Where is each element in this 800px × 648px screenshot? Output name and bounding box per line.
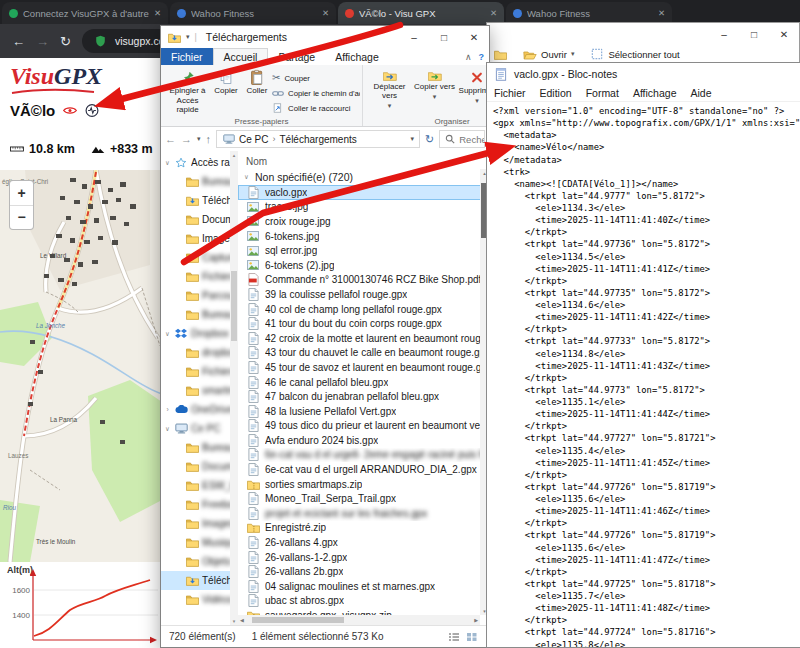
file-row[interactable]: 48 la lusiene Pellafol Vert.gpx — [238, 404, 489, 419]
group-collapse-icon[interactable]: ∨ — [243, 173, 250, 181]
file-row[interactable]: sql error.jpg — [238, 243, 489, 258]
menu-item-format[interactable]: Format — [586, 87, 619, 99]
forward-icon[interactable]: → — [36, 35, 49, 48]
sidebar-item[interactable]: smartmaps — [161, 381, 238, 400]
scroll-left-icon[interactable]: ◀ — [240, 617, 244, 623]
sidebar-item[interactable]: ∨Accès rapide — [161, 153, 238, 172]
tab-close-icon[interactable]: ✕ — [490, 8, 497, 18]
explorer-titlebar[interactable]: ▾ | Téléchargements – □ ✕ — [161, 26, 489, 48]
file-group-header[interactable]: ∨ Non spécifié(e) (720) — [238, 169, 489, 185]
select-all-button[interactable]: Sélectionner tout — [590, 48, 679, 60]
sidebar-item[interactable]: Bureau — [161, 305, 238, 324]
qat-customize-icon[interactable]: ▾ — [186, 33, 190, 41]
file-row[interactable]: 46 le canal pellafol bleu.gpx — [238, 375, 489, 390]
scrollbar-thumb[interactable] — [231, 271, 237, 341]
map-canvas[interactable]: + − — [0, 170, 162, 562]
sidebar-item[interactable]: ∨Ce PC — [161, 419, 238, 438]
file-row[interactable]: 47 balcon du jenabran pellafol bleu.gpx — [238, 389, 489, 404]
file-row[interactable]: Moneo_Trail_Serpa_Trail.gpx — [238, 491, 489, 506]
sidebar-item[interactable]: Bureau — [161, 438, 238, 457]
expander-icon[interactable]: ∨ — [164, 330, 171, 338]
paste-button[interactable]: Coller — [242, 67, 272, 115]
reload-icon[interactable]: ↻ — [60, 35, 71, 48]
minimize-button[interactable]: – — [399, 26, 429, 48]
file-row[interactable]: vaclo.gpx — [238, 185, 489, 200]
sidebar-item[interactable]: Vidéos — [161, 590, 238, 609]
ribbon-tab-affichage[interactable]: Affichage — [325, 48, 389, 65]
browser-tab[interactable]: Wahoo Fitness✕ — [506, 2, 672, 24]
file-row[interactable]: Commande n° 31000130746 RCZ Bike Shop.pd… — [238, 273, 489, 288]
tab-close-icon[interactable]: ✕ — [322, 8, 329, 18]
maximize-button[interactable]: □ — [429, 26, 459, 48]
sidebar-item[interactable]: Fichiers envoyés — [161, 267, 238, 286]
tab-close-icon[interactable]: ✕ — [658, 8, 665, 18]
file-row[interactable]: sorties smartmaps.zip — [238, 477, 489, 492]
sidebar-item[interactable]: Documents — [161, 210, 238, 229]
file-row[interactable]: Enregistré.zip — [238, 521, 489, 536]
expander-icon[interactable]: ∨ — [164, 425, 171, 433]
sidebar-scrollbar[interactable]: ▴▾ — [230, 151, 238, 625]
file-row[interactable]: ubac st abros.gpx — [238, 594, 489, 609]
sidebar-item[interactable]: Images — [161, 229, 238, 248]
scroll-down-icon[interactable]: ▾ — [233, 618, 236, 624]
cut-button[interactable]: ✂Couper — [272, 71, 360, 85]
file-row[interactable]: 6e-cat vau d el urgell ARRANDURO_DIA_2.g… — [238, 462, 489, 477]
file-row[interactable]: 6e-cat vau d el urgell- 2eme engagé raci… — [238, 448, 489, 463]
scrollbar-thumb[interactable] — [252, 617, 344, 623]
sidebar-item[interactable]: Bureau — [161, 172, 238, 191]
expander-icon[interactable]: › — [164, 406, 171, 413]
collapse-ribbon-icon[interactable]: ∧ — [465, 52, 472, 62]
file-row[interactable]: 04 salignac moulines et st marnes.gpx — [238, 579, 489, 594]
sidebar-item[interactable]: ›OneDrive — [161, 400, 238, 419]
sidebar-item[interactable]: Téléchargements — [161, 191, 238, 210]
file-row[interactable]: croix rouge.jpg — [238, 214, 489, 229]
zoom-out-button[interactable]: − — [10, 205, 33, 230]
sidebar-item[interactable]: dropbox sauv — [161, 343, 238, 362]
delete-button[interactable]: Supprimer▾ — [457, 67, 489, 115]
ribbon-tab-accueil[interactable]: Accueil — [213, 48, 269, 65]
column-header-nom[interactable]: Nom — [238, 151, 489, 169]
copy-to-button[interactable]: Copier vers▾ — [412, 67, 457, 115]
nav-back-icon[interactable]: ← — [165, 134, 176, 145]
sidebar-item[interactable]: Musique — [161, 533, 238, 552]
file-row[interactable]: projet et ecictant sur les fraiches.gpx — [238, 506, 489, 521]
file-row[interactable]: 6-tokens (2).jpg — [238, 258, 489, 273]
scroll-up-icon[interactable]: ▴ — [233, 152, 236, 158]
sidebar-item[interactable]: Freebox Server — [161, 495, 238, 514]
refresh-icon[interactable]: ↻ — [425, 133, 434, 146]
breadcrumb[interactable]: Ce PC › Téléchargements ▾ — [216, 130, 420, 148]
breadcrumb-root[interactable]: Ce PC — [239, 134, 268, 145]
file-row[interactable]: 42 croix de la motte et laurent en beaum… — [238, 331, 489, 346]
file-row[interactable]: 49 tous dico du prieur et laurent en bea… — [238, 419, 489, 434]
paste-shortcut-button[interactable]: Coller le raccourci — [272, 101, 360, 115]
menu-item-aide[interactable]: Aide — [690, 87, 711, 99]
file-row[interactable]: 6-tokens.jpg — [238, 229, 489, 244]
close-button[interactable]: ✕ — [769, 23, 799, 45]
file-row[interactable]: 40 col de champ long pellafol rouge.gpx — [238, 302, 489, 317]
browser-tab[interactable]: VÃ©lo - Visu GPX✕ — [338, 2, 504, 24]
file-row[interactable]: 26-vallans-1-2.gpx — [238, 550, 489, 565]
sidebar-item[interactable]: Documents — [161, 457, 238, 476]
nav-forward-icon[interactable]: → — [181, 134, 192, 145]
file-row[interactable]: 41 tour du bout du coin corps rouge.gpx — [238, 316, 489, 331]
ribbon-tab-partage[interactable]: Partage — [268, 48, 325, 65]
visugpx-logo[interactable]: VisuGPX — [10, 64, 102, 95]
file-row[interactable]: 45 tour de savoz et laurent en beaumont … — [238, 360, 489, 375]
close-button[interactable]: ✕ — [459, 26, 489, 48]
search-box[interactable]: Rechercher dans : Téléchargements — [439, 130, 485, 148]
details-view-icon[interactable] — [447, 632, 461, 642]
ribbon-tab-fichier[interactable]: Fichier — [161, 48, 213, 65]
sidebar-item[interactable]: Parcours CCM — [161, 286, 238, 305]
sidebar-item[interactable]: ESW_kokopelli — [161, 476, 238, 495]
back-icon[interactable]: ← — [12, 35, 25, 48]
sidebar-item[interactable]: Fichiers envoyés — [161, 362, 238, 381]
nav-up-icon[interactable]: ↑ — [206, 134, 212, 145]
maximize-button[interactable]: □ — [739, 23, 769, 45]
scroll-right-icon[interactable]: ▶ — [474, 617, 478, 623]
activity-icon[interactable] — [85, 102, 99, 119]
breadcrumb-dropdown-icon[interactable]: ▾ — [411, 135, 415, 143]
visibility-eye-icon[interactable] — [63, 104, 77, 117]
tab-close-icon[interactable]: ✕ — [154, 8, 161, 18]
sidebar-item[interactable]: Captures d'écran — [161, 248, 238, 267]
browser-tab[interactable]: Wahoo Fitness✕ — [170, 2, 336, 24]
